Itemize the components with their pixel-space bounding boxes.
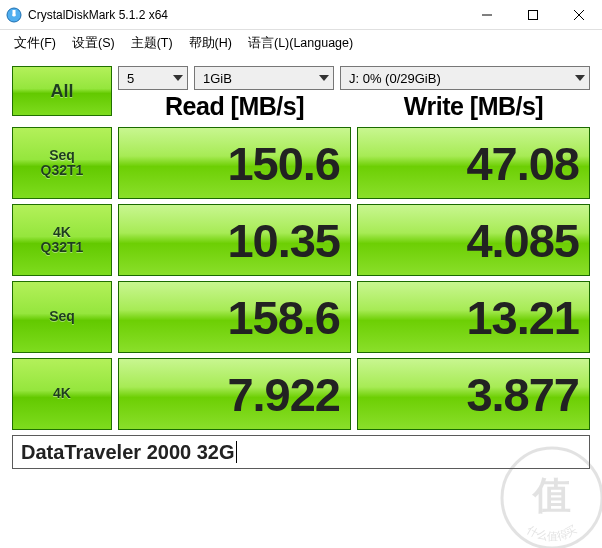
window-controls	[464, 0, 602, 29]
content-area: All 5 1GiB J: 0% (0/29GiB) Read [MB/s]	[0, 56, 602, 475]
size-value: 1GiB	[203, 71, 232, 86]
text-caret	[236, 441, 237, 463]
all-button[interactable]: All	[12, 66, 112, 116]
row-label: 4K	[53, 386, 71, 401]
maximize-button[interactable]	[510, 0, 556, 29]
runs-value: 5	[127, 71, 134, 86]
seq-q32t1-read: 150.6	[118, 127, 351, 199]
seq-q32t1-button[interactable]: Seq Q32T1	[12, 127, 112, 199]
header-write: Write [MB/s]	[357, 92, 590, 121]
row-seq: Seq 158.6 13.21	[12, 281, 590, 353]
4k-q32t1-write: 4.085	[357, 204, 590, 276]
seq-write: 13.21	[357, 281, 590, 353]
runs-select[interactable]: 5	[118, 66, 188, 90]
4k-read: 7.922	[118, 358, 351, 430]
svg-text:什么值得买: 什么值得买	[525, 523, 579, 542]
app-icon	[6, 7, 22, 23]
menu-bar: 文件(F) 设置(S) 主题(T) 帮助(H) 语言(L)(Language)	[0, 30, 602, 56]
window-title: CrystalDiskMark 5.1.2 x64	[28, 8, 464, 22]
row-4k-q32t1: 4K Q32T1 10.35 4.085	[12, 204, 590, 276]
menu-settings[interactable]: 设置(S)	[64, 32, 123, 55]
minimize-button[interactable]	[464, 0, 510, 29]
chevron-down-icon	[173, 75, 183, 81]
header-read: Read [MB/s]	[118, 92, 351, 121]
menu-language[interactable]: 语言(L)(Language)	[240, 32, 361, 55]
drive-value: J: 0% (0/29GiB)	[349, 71, 441, 86]
menu-theme[interactable]: 主题(T)	[123, 32, 181, 55]
menu-help[interactable]: 帮助(H)	[181, 32, 240, 55]
svg-rect-4	[529, 10, 538, 19]
4k-q32t1-read: 10.35	[118, 204, 351, 276]
seq-button[interactable]: Seq	[12, 281, 112, 353]
size-select[interactable]: 1GiB	[194, 66, 334, 90]
column-headers: Read [MB/s] Write [MB/s]	[118, 92, 590, 121]
drive-name-input[interactable]: DataTraveler 2000 32G	[12, 435, 590, 469]
menu-file[interactable]: 文件(F)	[6, 32, 64, 55]
chevron-down-icon	[319, 75, 329, 81]
window-titlebar: CrystalDiskMark 5.1.2 x64	[0, 0, 602, 30]
svg-text:值: 值	[531, 474, 571, 516]
drive-name-value: DataTraveler 2000 32G	[21, 441, 235, 464]
row-4k: 4K 7.922 3.877	[12, 358, 590, 430]
row-label: 4K Q32T1	[41, 225, 84, 256]
svg-point-2	[12, 13, 15, 16]
row-label: Seq	[49, 309, 75, 324]
4k-write: 3.877	[357, 358, 590, 430]
all-button-label: All	[50, 81, 73, 102]
close-button[interactable]	[556, 0, 602, 29]
chevron-down-icon	[575, 75, 585, 81]
row-label: Seq Q32T1	[41, 148, 84, 179]
seq-read: 158.6	[118, 281, 351, 353]
seq-q32t1-write: 47.08	[357, 127, 590, 199]
4k-q32t1-button[interactable]: 4K Q32T1	[12, 204, 112, 276]
top-controls: All 5 1GiB J: 0% (0/29GiB) Read [MB/s]	[12, 66, 590, 123]
row-seq-q32t1: Seq Q32T1 150.6 47.08	[12, 127, 590, 199]
4k-button[interactable]: 4K	[12, 358, 112, 430]
drive-select[interactable]: J: 0% (0/29GiB)	[340, 66, 590, 90]
